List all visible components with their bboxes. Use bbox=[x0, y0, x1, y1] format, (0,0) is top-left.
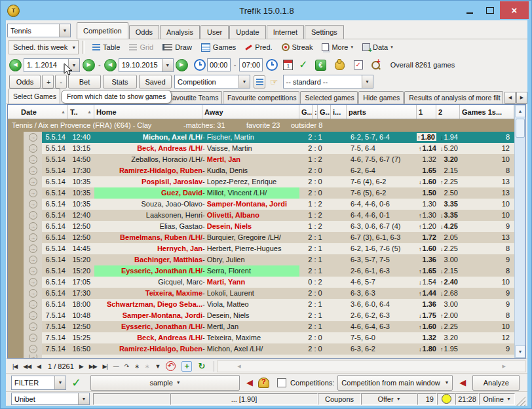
nav-star-icon[interactable]: ∗ bbox=[134, 363, 139, 370]
nav-zoom-add-icon[interactable]: + bbox=[181, 361, 192, 372]
nav-redo-icon[interactable]: ↷ bbox=[124, 363, 129, 370]
date-from-back-button[interactable]: ◀ bbox=[9, 59, 22, 71]
competitions-checkbox[interactable] bbox=[277, 378, 286, 387]
calendar-icon[interactable]: 1 bbox=[283, 60, 293, 70]
pointing-hand-icon[interactable]: ☞ bbox=[270, 77, 278, 87]
match-row[interactable]: →6.5.1414:45Hernych, Jan- Herbert, Pierr… bbox=[8, 243, 514, 254]
nav-next-page-icon[interactable]: ▶▶ bbox=[89, 363, 97, 370]
row-detail-icon[interactable]: → bbox=[29, 178, 37, 186]
column-header-col5[interactable]: : bbox=[313, 105, 318, 119]
column-header-i[interactable]: i... bbox=[331, 105, 347, 119]
match-row[interactable]: →6.5.1418:00Schwartzman, Diego Seba...- … bbox=[8, 299, 514, 310]
table-button[interactable]: Table bbox=[88, 40, 124, 54]
competition-select[interactable]: Competition ▼ bbox=[174, 75, 250, 88]
pred-button[interactable]: Pred. bbox=[240, 40, 276, 54]
competition-group-row[interactable]: Tennis / Aix en Provence (FRA) (€64) - C… bbox=[8, 119, 514, 132]
nav-filter-icon[interactable]: ▼ bbox=[155, 363, 160, 370]
nav-minus-icon[interactable]: — bbox=[113, 363, 119, 370]
tab-update[interactable]: Update bbox=[229, 25, 265, 39]
match-row[interactable]: →5.5.1417:30Ramirez-Hidalgo, Ruben- Kudl… bbox=[8, 165, 514, 176]
standard-select[interactable]: -- standard -- ▼ bbox=[283, 75, 373, 88]
date-from-forward-button[interactable]: ▶ bbox=[83, 59, 95, 71]
tab-scroll-left-button[interactable]: ◀ bbox=[504, 92, 516, 104]
saved-button[interactable]: Saved bbox=[139, 75, 172, 88]
filter-tab-hide-games[interactable]: Hide games bbox=[358, 91, 404, 104]
match-row[interactable]: →6.5.1417:30Teixeira, Maxime- Lokoli, La… bbox=[8, 288, 514, 299]
filter-select[interactable]: FILTER ▼ bbox=[11, 376, 66, 390]
games-button[interactable]: Games bbox=[197, 40, 240, 54]
apply-check-icon[interactable]: ✓ bbox=[299, 60, 307, 70]
dropdown-arrow-icon[interactable]: ▼ bbox=[162, 59, 173, 71]
more-button[interactable]: More▾ bbox=[317, 40, 358, 54]
-button[interactable]: - bbox=[55, 75, 67, 88]
column-header-home[interactable]: Home bbox=[94, 105, 202, 119]
time-from-clock-icon[interactable] bbox=[194, 59, 206, 71]
dropdown-arrow-icon[interactable]: ▼ bbox=[59, 24, 70, 37]
analyze-button[interactable]: Analyze bbox=[472, 375, 520, 391]
filter-tab-select-games[interactable]: Select Games bbox=[9, 88, 60, 104]
column-header-g[interactable]: G... bbox=[318, 105, 331, 119]
time-to-field[interactable]: 07:00 bbox=[239, 58, 263, 71]
resize-grip[interactable] bbox=[516, 397, 525, 406]
row-detail-icon[interactable]: → bbox=[29, 133, 37, 142]
scroll-up-icon[interactable]: ▲ bbox=[515, 105, 525, 117]
red-arrow-left-icon[interactable]: ◀ bbox=[246, 378, 253, 387]
sample-button[interactable]: sample ▼ bbox=[90, 375, 240, 391]
row-detail-icon[interactable]: → bbox=[29, 166, 37, 175]
row-detail-icon[interactable]: → bbox=[29, 322, 37, 331]
match-row[interactable]: →6.5.1410:35Pospisil, Jaroslav- Lopez-Pe… bbox=[8, 176, 514, 187]
row-detail-icon[interactable]: → bbox=[29, 334, 37, 342]
row-detail-icon[interactable]: → bbox=[29, 289, 37, 298]
zoom-plus-icon[interactable] bbox=[371, 61, 380, 69]
match-row[interactable]: →6.5.1415:20Eysseric, Jonathan /LH/- Ser… bbox=[8, 265, 514, 277]
bet-button[interactable]: Bet bbox=[68, 75, 101, 88]
row-detail-icon[interactable]: → bbox=[29, 267, 37, 275]
data-button[interactable]: Data▾ bbox=[358, 40, 398, 54]
row-detail-icon[interactable]: → bbox=[29, 200, 37, 208]
tab-settings[interactable]: Settings bbox=[305, 25, 344, 39]
filter-apply-check-icon[interactable]: ✓ bbox=[71, 376, 81, 390]
row-detail-icon[interactable]: → bbox=[29, 256, 37, 264]
match-row[interactable]: →6.5.1412:50Elias, Gastao- Desein, Niels… bbox=[8, 221, 514, 232]
odds-button[interactable]: Odds bbox=[9, 75, 41, 88]
column-header-games-1s[interactable]: Games 1s... bbox=[460, 105, 514, 119]
match-row[interactable]: →5.5.1413:15Beck, Andreas /LH/- Vaisse, … bbox=[8, 143, 514, 154]
scroll-left-icon[interactable]: ◀ bbox=[237, 364, 240, 369]
tab-internet[interactable]: Internet bbox=[267, 25, 304, 39]
column-header-1[interactable]: 1 bbox=[417, 105, 436, 119]
match-row[interactable]: →6.5.1410:35Souza, Joao-Olavo- Samper-Mo… bbox=[8, 199, 514, 210]
checked-list-icon[interactable]: ✓ bbox=[354, 60, 363, 69]
coupons-panel[interactable]: Coupons bbox=[318, 393, 361, 405]
sport-select[interactable]: Tennis ▼ bbox=[7, 24, 71, 37]
date-to-forward-button[interactable]: ▶ bbox=[176, 59, 188, 71]
row-detail-icon[interactable]: → bbox=[29, 278, 37, 286]
column-header-parts[interactable]: parts bbox=[347, 105, 417, 119]
thumb-icon[interactable] bbox=[335, 60, 345, 70]
row-detail-icon[interactable]: → bbox=[29, 189, 37, 197]
row-detail-icon[interactable]: → bbox=[29, 244, 37, 253]
tab-competition[interactable]: Competition bbox=[77, 22, 128, 39]
tab-user[interactable]: User bbox=[200, 25, 229, 39]
filter-tab-favoutite-teams[interactable]: Favoutite Teams bbox=[164, 91, 222, 104]
scroll-down-icon[interactable]: ▼ bbox=[515, 345, 525, 358]
online-dropdown[interactable]: Online ▼ bbox=[479, 393, 515, 405]
filter-tab-favourite-competitions[interactable]: Favourite competitions bbox=[223, 91, 300, 104]
nav-star-dim-icon[interactable]: ∗ bbox=[145, 363, 149, 370]
nav-prev-page-icon[interactable]: ◀◀ bbox=[23, 363, 31, 370]
time-from-field[interactable]: 00:00 bbox=[207, 58, 231, 71]
match-row[interactable]: →5.5.1412:40Michon, Axel /LH/- Fischer, … bbox=[8, 132, 514, 143]
column-header-away[interactable]: Away bbox=[202, 105, 299, 119]
date-to-back-button[interactable]: ◀ bbox=[104, 59, 117, 71]
match-row[interactable]: →5.5.1414:50Zeballos, Horacio /LH/- Mert… bbox=[8, 154, 514, 165]
tab-scroll-right-button[interactable]: ▶ bbox=[516, 92, 527, 104]
dropdown-arrow-icon[interactable]: ▼ bbox=[238, 75, 250, 88]
filter-tab-results-of-analysis-of-more-filt[interactable]: Results of analysis of more filt bbox=[404, 91, 503, 104]
minimize-button[interactable] bbox=[459, 1, 480, 19]
tab-odds[interactable]: Odds bbox=[129, 25, 159, 39]
schedule-select[interactable]: Sched. this week ▼ bbox=[9, 40, 79, 54]
offer-dropdown[interactable]: Offer ▼ bbox=[361, 393, 417, 405]
date-to-select[interactable]: 19.10.2015 ▼ bbox=[119, 58, 174, 72]
competition-source-select[interactable]: Competition from main window ▼ bbox=[337, 375, 453, 391]
row-detail-icon[interactable]: → bbox=[29, 233, 37, 242]
euro-icon[interactable]: € bbox=[315, 60, 326, 71]
